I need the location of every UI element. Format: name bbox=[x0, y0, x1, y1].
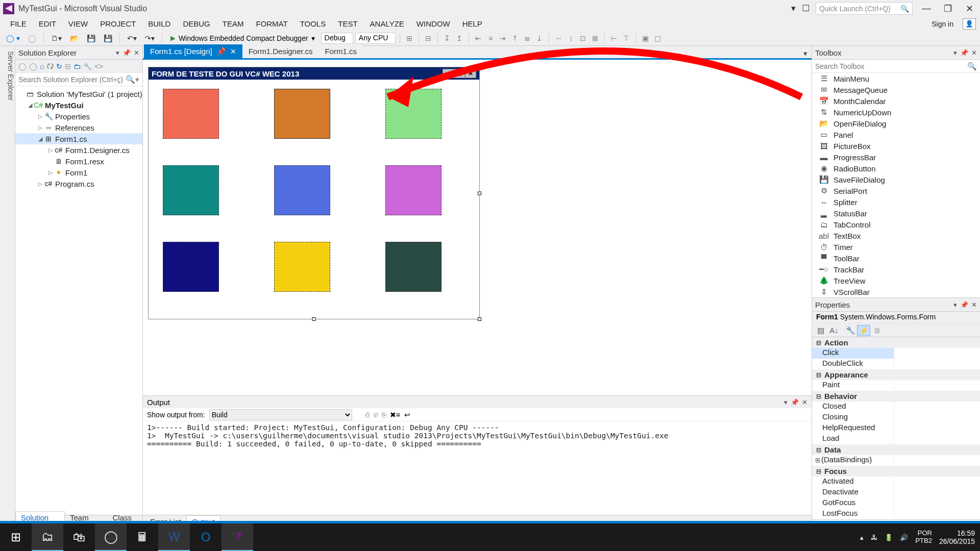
menu-team[interactable]: TEAM bbox=[216, 17, 250, 30]
tree-program[interactable]: Program.cs bbox=[55, 180, 94, 188]
close-icon[interactable]: ✕ bbox=[230, 47, 236, 56]
prop-row-paint[interactable]: Paint bbox=[812, 380, 980, 391]
align-bot-icon[interactable]: ⤓ bbox=[534, 33, 545, 43]
server-explorer-rail[interactable]: Server Explorer bbox=[0, 46, 15, 528]
panel-close-icon[interactable]: ✕ bbox=[971, 301, 977, 309]
prop-row-helprequested[interactable]: HelpRequested bbox=[812, 423, 980, 434]
se-refresh-icon[interactable]: ↻ bbox=[56, 62, 62, 70]
minimize-button[interactable]: — bbox=[919, 3, 934, 14]
toolbox-item-messagequeue[interactable]: ✉MessageQueue bbox=[812, 84, 980, 95]
panel-close-icon[interactable]: ✕ bbox=[802, 398, 807, 406]
layout-icon-2[interactable]: ⊟ bbox=[423, 33, 433, 43]
prop-cat-action[interactable]: ⊟Action bbox=[812, 337, 980, 348]
start-button[interactable]: ⊞ bbox=[0, 523, 32, 551]
form-canvas[interactable]: FORM DE TESTE DO GUI VC# WEC 2013 — ☐ ✕ bbox=[148, 67, 480, 319]
nav-back-button[interactable]: ◯ ▾ bbox=[3, 33, 23, 43]
start-debug-button[interactable]: ▶ Windows Embedded Compact Debugger ▾ bbox=[166, 33, 319, 43]
prop-cat-appearance[interactable]: ⊟Appearance bbox=[812, 369, 980, 380]
se-home-icon[interactable]: ⌂ bbox=[40, 62, 44, 70]
menu-project[interactable]: PROJECT bbox=[94, 17, 142, 30]
resize-handle-right[interactable] bbox=[478, 191, 481, 195]
menu-edit[interactable]: EDIT bbox=[33, 17, 62, 30]
tray-clock[interactable]: 16:5926/06/2015 bbox=[939, 529, 975, 545]
size-icon-1[interactable]: ⊡ bbox=[578, 33, 588, 43]
align-left-icon[interactable]: ⇤ bbox=[473, 33, 483, 43]
sign-in-link[interactable]: Sign in bbox=[925, 18, 960, 30]
menu-window[interactable]: WINDOW bbox=[410, 17, 456, 30]
prop-row-activated[interactable]: Activated bbox=[812, 477, 980, 487]
prop-cat-focus[interactable]: ⊟Focus bbox=[812, 466, 980, 477]
panel-3[interactable] bbox=[385, 89, 442, 139]
taskbar-calc[interactable]: 🖩 bbox=[127, 523, 158, 551]
toolbox-item-panel[interactable]: ▭Panel bbox=[812, 129, 980, 140]
tray-network-icon[interactable]: 🖧 bbox=[871, 534, 877, 541]
resize-handle-bottom[interactable] bbox=[312, 317, 316, 321]
prop-row-closing[interactable]: Closing bbox=[812, 412, 980, 423]
toolbox-item-statusbar[interactable]: ▂StatusBar bbox=[812, 208, 980, 219]
menu-format[interactable]: FORMAT bbox=[250, 17, 293, 30]
toolbox-item-tabcontrol[interactable]: 🗂TabControl bbox=[812, 219, 980, 230]
quick-launch-input[interactable]: Quick Launch (Ctrl+Q) 🔍 bbox=[816, 2, 913, 15]
prop-events-icon[interactable]: ⚡ bbox=[857, 325, 870, 336]
align-right-icon[interactable]: ⇥ bbox=[498, 33, 508, 43]
size-icon-2[interactable]: ⊠ bbox=[590, 33, 600, 43]
tab-form1-designer-cs[interactable]: Form1.Designer.cs bbox=[242, 44, 319, 58]
restore-button[interactable]: ❐ bbox=[940, 3, 955, 14]
resize-handle-corner[interactable] bbox=[478, 317, 481, 321]
output-icon-1[interactable]: ⎙ bbox=[365, 411, 370, 419]
toolbox-search-input[interactable] bbox=[815, 62, 967, 70]
panel-menu-icon[interactable]: ▾ bbox=[953, 301, 957, 309]
vspace-icon[interactable]: ↕ bbox=[566, 33, 576, 43]
save-all-button[interactable]: 💾̲ bbox=[101, 33, 115, 43]
platform-combo[interactable]: Any CPU bbox=[355, 33, 396, 44]
tree-project[interactable]: MyTestGui bbox=[45, 101, 84, 110]
panel-menu-icon[interactable]: ▾ bbox=[784, 398, 788, 406]
nav-fwd-button[interactable]: ◯ bbox=[25, 33, 39, 43]
tray-sound-icon[interactable]: 🔊 bbox=[900, 534, 908, 541]
pin-icon[interactable]: 📌 bbox=[960, 301, 968, 309]
panel-8[interactable] bbox=[274, 242, 330, 292]
prop-row-doubleclick[interactable]: DoubleClick bbox=[812, 359, 980, 369]
output-icon-2[interactable]: ⎚ bbox=[374, 411, 378, 419]
tree-form-class[interactable]: Form1 bbox=[65, 168, 87, 177]
pin-icon[interactable]: 📌 bbox=[960, 49, 968, 57]
form-designer-surface[interactable]: FORM DE TESTE DO GUI VC# WEC 2013 — ☐ ✕ bbox=[143, 60, 812, 395]
taskbar-store[interactable]: 🛍 bbox=[63, 523, 95, 551]
prop-row-deactivate[interactable]: Deactivate bbox=[812, 487, 980, 498]
solution-tree[interactable]: 🗃Solution 'MyTestGui' (1 project) ◢C#MyT… bbox=[15, 86, 142, 515]
save-button[interactable]: 💾 bbox=[84, 33, 99, 43]
show-output-combo[interactable]: Build bbox=[209, 409, 352, 420]
open-button[interactable]: 📂 bbox=[67, 33, 82, 43]
toolbox-item-picturebox[interactable]: 🖼PictureBox bbox=[812, 140, 980, 152]
toolbox-list[interactable]: ☰MainMenu✉MessageQueue📅MonthCalendar⇅Num… bbox=[812, 73, 980, 297]
panel-6[interactable] bbox=[385, 165, 442, 215]
feedback-icon[interactable]: ☐ bbox=[802, 3, 810, 14]
tray-show-hidden-icon[interactable]: ▴ bbox=[860, 534, 864, 541]
taskbar-explorer[interactable]: 🗂 bbox=[32, 523, 63, 551]
tray-battery-icon[interactable]: 🔋 bbox=[885, 534, 893, 541]
tree-properties[interactable]: Properties bbox=[55, 112, 90, 121]
prop-cat-behavior[interactable]: ⊟Behavior bbox=[812, 391, 980, 402]
prop-row-gotfocus[interactable]: GotFocus bbox=[812, 498, 980, 509]
toolbox-item-trackbar[interactable]: ━○TrackBar bbox=[812, 264, 980, 275]
tray-lang[interactable]: PORPTB2 bbox=[915, 530, 932, 545]
se-preview-icon[interactable]: <> bbox=[94, 62, 103, 70]
toolbox-item-treeview[interactable]: 🌲TreeView bbox=[812, 275, 980, 286]
taskbar-vs[interactable]: ⧩ bbox=[222, 523, 253, 551]
toolbox-item-monthcalendar[interactable]: 📅MonthCalendar bbox=[812, 95, 980, 107]
output-icon-3[interactable]: ⎘ bbox=[382, 411, 386, 419]
prop-row-click[interactable]: Click bbox=[812, 348, 980, 359]
menu-tools[interactable]: TOOLS bbox=[294, 17, 332, 30]
center-h-icon[interactable]: ⊢ bbox=[609, 33, 619, 43]
layout-icon-1[interactable]: ⊞ bbox=[404, 33, 414, 43]
se-back-icon[interactable]: ◯ bbox=[18, 62, 27, 70]
center-v-icon[interactable]: ⊤ bbox=[621, 33, 631, 43]
new-project-button[interactable]: 🗋▾ bbox=[48, 33, 65, 43]
output-text[interactable]: 1>------ Build started: Project: MyTestG… bbox=[143, 421, 812, 515]
panel-1[interactable] bbox=[163, 89, 219, 139]
tab-form1-design[interactable]: Form1.cs [Design]📌✕ bbox=[144, 44, 242, 58]
panel-menu-icon[interactable]: ▾ bbox=[953, 49, 957, 57]
panel-2[interactable] bbox=[274, 89, 330, 139]
prop-props-icon[interactable]: 🔧 bbox=[844, 325, 857, 336]
prop-row-databindings[interactable]: ⊞(DataBindings) bbox=[812, 455, 980, 466]
